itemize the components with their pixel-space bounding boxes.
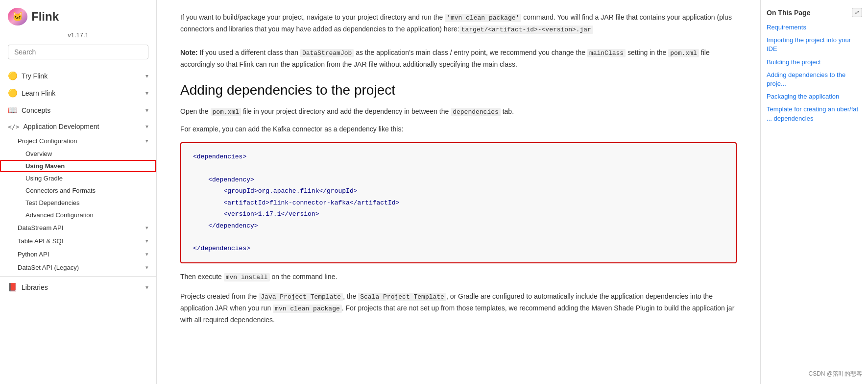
sidebar-item-learn-flink[interactable]: 🟡 Learn Flink ▾: [0, 84, 156, 102]
sidebar-label-datastream-api: DataStream API: [18, 224, 63, 231]
sidebar-label-using-gradle: Using Gradle: [25, 175, 63, 182]
sidebar-label-advanced-config: Advanced Configuration: [25, 211, 94, 219]
chevron-down-icon: ▾: [145, 73, 148, 79]
bottom-code-1: Java Project Template: [259, 293, 343, 301]
nav-divider: [0, 276, 156, 277]
sidebar-item-dataset-api[interactable]: DataSet API (Legacy) ▾: [0, 261, 156, 274]
section-p1-text-3: tab.: [501, 107, 514, 115]
code-line-4: <artifactId>flink-connector-kafka</artif…: [193, 197, 724, 208]
sidebar-item-application-development[interactable]: </> Application Development ▾: [0, 119, 156, 134]
chevron-right-icon-2: ▾: [145, 225, 148, 231]
code-line-blank-2: [193, 231, 724, 243]
toc-link-requirements[interactable]: Requirements: [767, 23, 862, 32]
sidebar-logo: 🐱 Flink: [0, 0, 156, 29]
bottom-text-1: Projects created from the: [180, 292, 259, 300]
sidebar-item-project-config[interactable]: Project Configuration ▾: [0, 134, 156, 148]
adding-dependencies-section: Adding dependencies to the project Open …: [180, 82, 737, 326]
libraries-icon: 📕: [8, 282, 18, 292]
note-label: Note:: [180, 49, 198, 56]
then-execute-text-2: on the command line.: [270, 273, 338, 281]
sidebar-item-concepts[interactable]: 📖 Concepts ▾: [0, 102, 156, 119]
note-text-1: If you used a different class than: [198, 49, 300, 56]
sidebar-label-libraries: Libraries: [22, 283, 48, 291]
then-execute-text-1: Then execute: [180, 273, 224, 281]
main-content: If you want to build/package your projec…: [157, 0, 760, 384]
concepts-icon: 📖: [8, 105, 18, 115]
try-flink-icon: 🟡: [8, 71, 18, 80]
sidebar-nav: 🟡 Try Flink ▾ 🟡 Learn Flink ▾ 📖 Concepts…: [0, 67, 156, 304]
intro-code-2: target/<artifact-id>-<version>.jar: [459, 26, 593, 34]
toc-link-importing-project[interactable]: Importing the project into your IDE: [767, 36, 862, 53]
then-execute-paragraph: Then execute mvn install on the command …: [180, 271, 737, 283]
code-line-2: <dependency>: [193, 174, 724, 185]
note-code-2: mainClass: [587, 49, 626, 57]
sidebar-label-learn-flink: Learn Flink: [22, 89, 55, 97]
section-title: Adding dependencies to the project: [180, 82, 737, 98]
sidebar-item-libraries[interactable]: 📕 Libraries ▾: [0, 279, 156, 296]
section-p1-text-1: Open the: [180, 107, 211, 115]
app-name: Flink: [31, 10, 59, 24]
section-p1-code-1: pom.xml: [211, 108, 241, 116]
note-code-3: pom.xml: [668, 49, 699, 57]
sidebar-item-connectors-formats[interactable]: Connectors and Formats: [0, 184, 156, 197]
sidebar-item-table-api[interactable]: Table API & SQL ▾: [0, 234, 156, 248]
section-p2: For example, you can add the Kafka conne…: [180, 124, 737, 134]
sidebar-item-using-maven[interactable]: Using Maven: [0, 160, 156, 172]
toc-link-adding-dependencies[interactable]: Adding dependencies to the proje...: [767, 71, 862, 88]
sidebar-item-advanced-config[interactable]: Advanced Configuration: [0, 209, 156, 221]
code-line-6: </dependency>: [193, 220, 724, 231]
note-paragraph: Note: If you used a different class than…: [180, 47, 737, 71]
sidebar-label-try-flink: Try Flink: [22, 72, 48, 80]
note-code-1: DataStreamJob: [300, 49, 354, 57]
bottom-code-3: mvn clean package: [273, 305, 342, 313]
bottom-text-2: , the: [343, 292, 358, 300]
code-line-1: <dependencies>: [193, 151, 724, 162]
sidebar-label-application-development: Application Development: [23, 123, 99, 130]
toc-link-template-uber[interactable]: Template for creating an uber/fat ... de…: [767, 105, 862, 123]
sidebar-label-concepts: Concepts: [22, 106, 50, 114]
sidebar-label-test-dependencies: Test Dependencies: [25, 199, 80, 206]
section-p1-text-2: file in your project directory and add t…: [241, 107, 451, 115]
sidebar-label-overview: Overview: [25, 150, 52, 157]
application-dev-icon: </>: [8, 123, 19, 130]
chevron-right-icon: ▾: [145, 138, 148, 144]
sidebar-item-python-api[interactable]: Python API ▾: [0, 248, 156, 261]
sidebar-item-datastream-api[interactable]: DataStream API ▾: [0, 221, 156, 234]
toc-link-building-project[interactable]: Building the project: [767, 58, 862, 67]
then-execute-code: mvn install: [224, 273, 270, 282]
code-line-blank-1: [193, 163, 724, 174]
search-input[interactable]: [8, 45, 148, 59]
chevron-down-icon-libs: ▾: [145, 284, 148, 291]
note-text-3: setting in the: [626, 49, 668, 56]
flink-logo-icon: 🐱: [8, 8, 27, 26]
intro-code-1: 'mvn clean package': [445, 14, 521, 22]
chevron-right-icon-4: ▾: [145, 251, 148, 257]
bottom-code-2: Scala Project Template: [358, 293, 446, 301]
toc-sidebar: On This Page ⤢ Requirements Importing th…: [760, 0, 868, 384]
toc-link-packaging[interactable]: Packaging the application: [767, 92, 862, 101]
version-label: v1.17.1: [0, 29, 156, 45]
note-text-2: as the application's main class / entry …: [354, 49, 587, 56]
toc-expand-button[interactable]: ⤢: [852, 8, 862, 17]
chevron-right-icon-3: ▾: [145, 238, 148, 244]
sidebar-label-table-api: Table API & SQL: [18, 237, 65, 245]
sidebar-label-connectors-formats: Connectors and Formats: [25, 187, 96, 194]
sidebar-label-project-config: Project Configuration: [18, 137, 77, 145]
intro-text-1: If you want to build/package your projec…: [180, 13, 445, 21]
chevron-down-icon-2: ▾: [145, 90, 148, 97]
learn-flink-icon: 🟡: [8, 88, 18, 98]
sidebar-item-try-flink[interactable]: 🟡 Try Flink ▾: [0, 67, 156, 84]
chevron-right-icon-5: ▾: [145, 264, 148, 271]
sidebar-item-test-dependencies[interactable]: Test Dependencies: [0, 197, 156, 209]
chevron-down-icon-3: ▾: [145, 107, 148, 114]
toc-title: On This Page: [767, 9, 810, 17]
watermark: CSDN @落叶的悲客: [808, 370, 862, 378]
code-line-7: </dependencies>: [193, 243, 724, 254]
toc-header: On This Page ⤢: [767, 8, 862, 17]
sidebar-item-overview[interactable]: Overview: [0, 148, 156, 160]
search-container: [8, 45, 148, 59]
sidebar: 🐱 Flink v1.17.1 🟡 Try Flink ▾ 🟡 Learn Fl…: [0, 0, 157, 384]
sidebar-label-using-maven: Using Maven: [25, 162, 65, 170]
sidebar-item-using-gradle[interactable]: Using Gradle: [0, 172, 156, 184]
sidebar-label-dataset-api: DataSet API (Legacy): [18, 264, 79, 271]
